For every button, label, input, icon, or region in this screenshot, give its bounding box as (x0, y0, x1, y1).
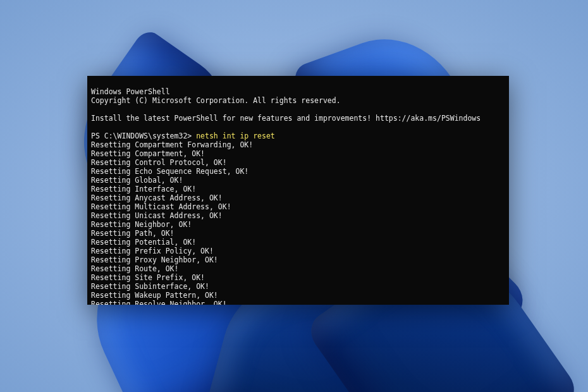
terminal-output-line: Resetting Wakeup Pattern, OK! (91, 291, 509, 300)
terminal-install-msg: Install the latest PowerShell for new fe… (91, 114, 481, 123)
terminal-output-line: Resetting Resolve Neighbor, OK! (91, 300, 509, 305)
terminal-command: netsh int ip reset (196, 132, 275, 140)
terminal-output: Resetting Compartment Forwarding, OK!Res… (91, 140, 509, 305)
terminal-output-line: Resetting Subinterface, OK! (91, 282, 509, 291)
terminal-output-line: Resetting Neighbor, OK! (91, 220, 509, 229)
terminal-output-line: Resetting Echo Sequence Request, OK! (91, 167, 509, 176)
terminal-output-line: Resetting Unicast Address, OK! (91, 211, 509, 220)
terminal-output-line: Resetting Site Prefix, OK! (91, 273, 509, 282)
terminal-output-line: Resetting Potential, OK! (91, 238, 509, 247)
terminal-output-line: Resetting Compartment Forwarding, OK! (91, 140, 509, 149)
terminal-output-line: Resetting Anycast Address, OK! (91, 193, 509, 202)
terminal-output-line: Resetting Path, OK! (91, 229, 509, 238)
terminal-output-line: Resetting Multicast Address, OK! (91, 202, 509, 211)
terminal-output-line: Resetting Proxy Neighbor, OK! (91, 255, 509, 264)
terminal-output-line: Resetting Interface, OK! (91, 185, 509, 193)
terminal-output-line: Resetting Compartment, OK! (91, 149, 509, 158)
powershell-terminal[interactable]: Windows PowerShell Copyright (C) Microso… (87, 76, 509, 305)
terminal-output-line: Resetting Route, OK! (91, 264, 509, 273)
terminal-output-line: Resetting Control Protocol, OK! (91, 158, 509, 167)
terminal-output-line: Resetting Prefix Policy, OK! (91, 247, 509, 255)
terminal-output-line: Resetting Global, OK! (91, 176, 509, 185)
terminal-copyright: Copyright (C) Microsoft Corporation. All… (91, 96, 341, 105)
terminal-prompt-line: PS C:\WINDOWS\system32> netsh int ip res… (91, 132, 275, 140)
terminal-header: Windows PowerShell (91, 87, 170, 96)
terminal-prompt: PS C:\WINDOWS\system32> (91, 132, 196, 140)
